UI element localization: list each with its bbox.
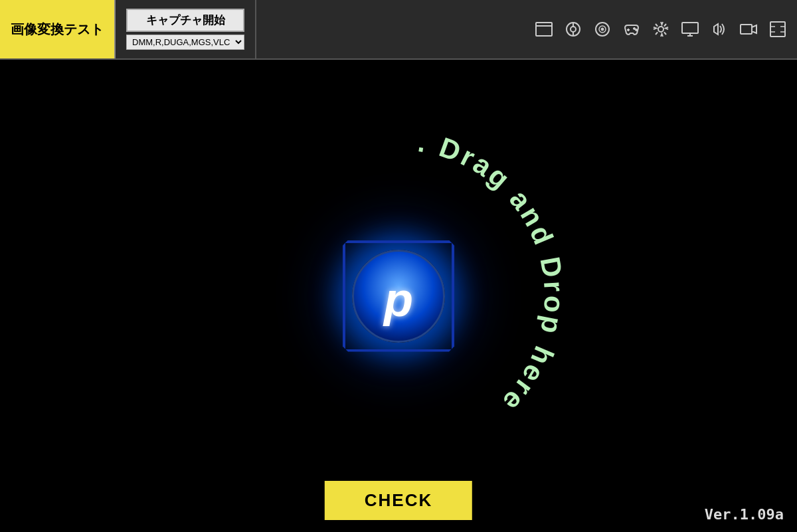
svg-rect-0 [536,23,552,36]
svg-point-3 [571,27,576,32]
svg-point-13 [658,27,664,32]
center-logo: p [352,250,445,343]
toolbar: 画像変換テスト キャプチャ開始 DMM,R,DUGA,MGS,VLC [0,0,797,60]
capture-button[interactable]: キャプチャ開始 [126,9,244,32]
svg-rect-20 [770,22,785,37]
source-select[interactable]: DMM,R,DUGA,MGS,VLC [126,35,244,50]
svg-rect-18 [741,25,752,34]
screenshot-icon[interactable] [765,17,790,42]
window-icon[interactable] [531,17,557,42]
logo-letter: p [384,276,413,323]
video-icon[interactable] [736,17,761,42]
gamepad-icon[interactable] [619,17,644,42]
check-button[interactable]: CHECK [325,481,472,520]
svg-rect-14 [682,23,698,33]
version-text: Ver.1.09a [705,506,784,523]
target-icon[interactable] [590,17,615,42]
svg-point-8 [601,28,604,31]
app-title: 画像変換テスト [0,0,116,58]
capture-section: キャプチャ開始 DMM,R,DUGA,MGS,VLC [116,0,256,58]
svg-point-12 [636,29,638,31]
volume-icon[interactable] [707,17,732,42]
svg-marker-17 [714,24,718,35]
toolbar-icons [525,0,797,58]
drop-area[interactable]: . Drag and Drop here p [199,110,598,482]
gear-icon[interactable] [648,17,673,42]
main-content: . Drag and Drop here p CHECK Ver.1.09a [0,60,797,532]
svg-marker-19 [752,25,756,33]
svg-point-11 [634,28,636,30]
display-icon[interactable] [561,17,586,42]
monitor-icon[interactable] [677,17,703,42]
